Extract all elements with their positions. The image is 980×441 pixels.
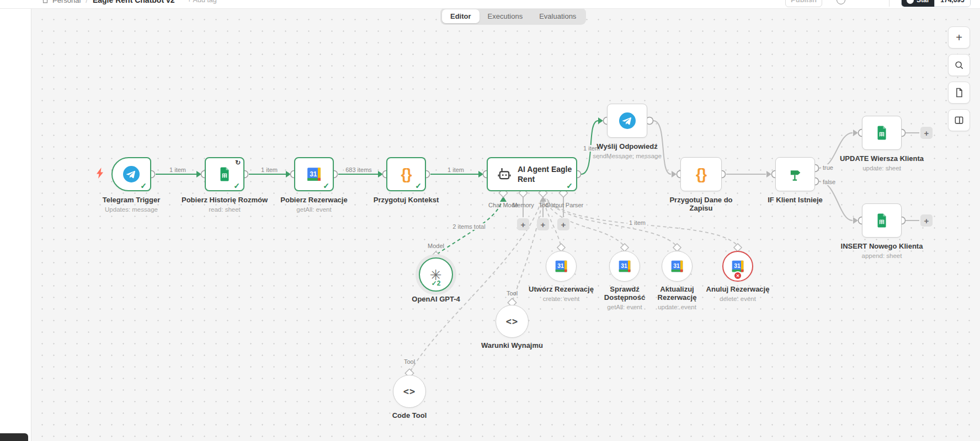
node-ai-agent-eagle-rent[interactable]: AI Agent Eagle Rent✓ xyxy=(487,157,577,191)
success-check-icon: ✓ xyxy=(566,181,573,190)
breadcrumb: Personal / Eagle Rent Chatbot v2 + Add t… xyxy=(0,0,217,4)
node-sprawdz-dostepnosc[interactable]: 31 xyxy=(609,251,640,282)
connector-label: Model xyxy=(428,243,444,249)
tab-executions[interactable]: Executions xyxy=(480,9,531,23)
topbar: Personal / Eagle Rent Chatbot v2 + Add t… xyxy=(0,0,980,9)
edge-if-true-to-update[interactable] xyxy=(819,133,853,168)
code-braces-icon: {} xyxy=(696,166,706,183)
arrowhead xyxy=(766,171,771,178)
robot-icon xyxy=(497,166,512,182)
svg-text:31: 31 xyxy=(734,263,741,269)
node-utworz-rezerwacje[interactable]: 31 xyxy=(546,251,577,282)
if-signpost-icon xyxy=(787,166,803,182)
success-check-icon: ✓ xyxy=(233,181,240,190)
node-przygotuj-dane-do-zapisu[interactable]: {} xyxy=(680,157,722,191)
add-node-plus-button[interactable]: + xyxy=(517,218,529,230)
tab-editor[interactable]: Editor xyxy=(442,9,480,23)
edge-label: 1 item xyxy=(168,166,188,173)
connector-label: Output Parser xyxy=(546,202,583,208)
svg-text:31: 31 xyxy=(621,263,627,269)
arrowhead xyxy=(478,171,483,178)
github-star-count[interactable]: 174,695 xyxy=(934,0,970,7)
edge-label: false xyxy=(821,179,837,185)
workflow-canvas[interactable] xyxy=(31,9,980,441)
node-update-wiersza-klienta[interactable] xyxy=(862,116,902,150)
edge-label: 1 item xyxy=(627,219,647,226)
google-sheets-icon xyxy=(874,212,890,229)
svg-text:31: 31 xyxy=(557,263,564,269)
code-tool-icon: <> xyxy=(403,386,416,397)
add-tag-button[interactable]: + Add tag xyxy=(188,0,217,4)
edge-label: true xyxy=(821,164,835,171)
connector-aktualizuj-top[interactable] xyxy=(673,244,681,251)
add-node-plus-button[interactable]: + xyxy=(920,127,933,139)
connector-sprawdz-top[interactable] xyxy=(621,244,629,251)
node-telegram-trigger[interactable]: ✓ xyxy=(111,157,151,191)
topbar-divider xyxy=(889,0,890,7)
google-calendar-icon: 31 xyxy=(554,259,568,273)
publish-button[interactable]: Publish xyxy=(785,0,822,7)
edge-label: 1 item xyxy=(259,166,279,173)
edge-wyslij-to-zapis[interactable] xyxy=(653,121,671,174)
split-panel-icon xyxy=(954,115,965,126)
sync-icon: ↻ xyxy=(235,159,241,166)
node-openai-gpt-4[interactable]: ✳✓2 xyxy=(419,257,453,292)
edge-warunki-to-agent-tool[interactable] xyxy=(513,199,542,300)
node-pobierz-historie-rozmow[interactable]: ✓↻ xyxy=(205,157,244,191)
document-button[interactable] xyxy=(948,82,970,104)
success-check-count: ✓2 xyxy=(432,279,441,287)
node-wyslij-odpowiedz[interactable] xyxy=(607,104,647,138)
code-braces-icon: {} xyxy=(401,166,411,183)
agent-node-title: AI Agent Eagle Rent xyxy=(518,164,573,184)
google-sheets-icon xyxy=(216,166,233,182)
node-code-tool[interactable]: <> xyxy=(393,375,426,408)
trigger-lightning-icon xyxy=(94,167,104,179)
canvas-controls: + xyxy=(948,26,970,137)
node-pobierz-rezerwacje[interactable]: 31✓ xyxy=(294,157,334,191)
svg-text:31: 31 xyxy=(673,263,680,269)
sidebar-bottom-button[interactable] xyxy=(0,433,28,441)
add-node-plus-button[interactable]: + xyxy=(920,214,933,227)
project-crumb[interactable]: Personal xyxy=(41,0,81,4)
node-insert-nowego-klienta[interactable] xyxy=(862,203,902,238)
connector-label: Tool xyxy=(507,290,518,297)
search-icon xyxy=(954,60,965,71)
google-calendar-icon: 31 xyxy=(306,166,322,182)
success-check-icon: ✓ xyxy=(415,181,422,190)
add-node-plus-button[interactable]: + xyxy=(537,218,549,230)
node-aktualizuj-rezerwacje[interactable]: 31 xyxy=(662,251,693,282)
arrowhead xyxy=(378,171,383,178)
arrowhead xyxy=(853,130,858,136)
telegram-icon xyxy=(123,166,140,182)
github-star-button[interactable]: Star xyxy=(902,0,934,7)
node-warunki-wynajmu[interactable]: <> xyxy=(496,305,529,338)
success-check-icon: ✓ xyxy=(323,181,329,190)
add-node-plus-button[interactable]: + xyxy=(557,218,569,230)
connector-label: Memory xyxy=(512,202,534,208)
node-przygotuj-kontekst[interactable]: {}✓ xyxy=(386,157,426,191)
help-icon[interactable] xyxy=(837,0,845,4)
node-anuluj-rezerwacje[interactable]: 31✕ xyxy=(722,251,753,282)
connector-label: Tool xyxy=(404,358,415,365)
github-star-widget: Star 174,695 xyxy=(901,0,971,7)
tab-evaluations[interactable]: Evaluations xyxy=(531,9,584,23)
edge-label: 1 item xyxy=(582,145,601,152)
connector-anuluj-top[interactable] xyxy=(734,244,742,251)
arrowhead xyxy=(853,217,858,224)
search-button[interactable] xyxy=(948,54,970,76)
arrowhead xyxy=(598,117,603,124)
edge-label: 1 item xyxy=(446,166,466,173)
svg-text:31: 31 xyxy=(310,170,317,178)
edge-if-false-to-insert[interactable] xyxy=(819,181,853,220)
github-icon xyxy=(907,0,914,4)
connector-utworz-top[interactable] xyxy=(557,244,565,251)
node-if-klient-istnieje[interactable] xyxy=(775,157,815,191)
google-sheets-icon xyxy=(874,125,890,141)
workflow-title[interactable]: Eagle Rent Chatbot v2 xyxy=(93,0,175,4)
edge-label: 2 items total xyxy=(451,223,487,230)
split-panel-button[interactable] xyxy=(948,109,970,131)
arrowhead xyxy=(286,171,291,178)
zoom-in-button[interactable]: + xyxy=(948,26,970,49)
arrowhead xyxy=(196,171,201,178)
google-calendar-icon: 31 xyxy=(617,259,632,273)
